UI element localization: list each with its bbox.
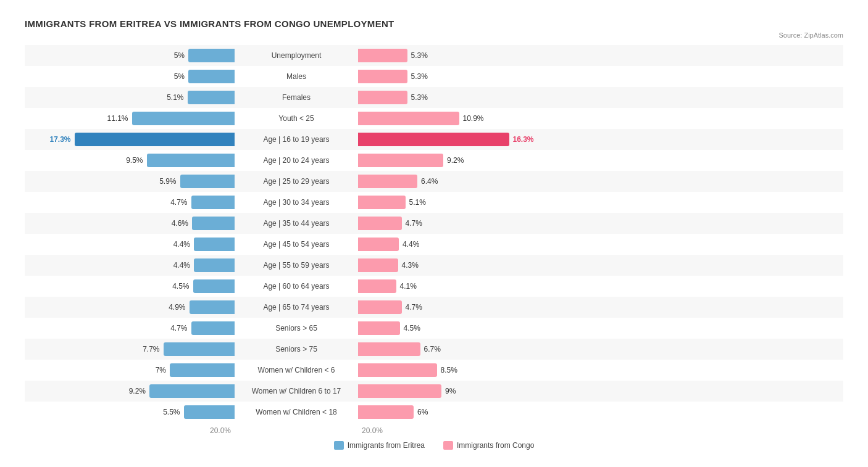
chart-row: 7%Women w/ Children < 68.5%: [25, 360, 843, 381]
chart-row: 5.1%Females5.3%: [25, 87, 843, 108]
chart-row: 9.5%Age | 20 to 24 years9.2%: [25, 150, 843, 171]
row-label: Age | 20 to 24 years: [235, 156, 358, 165]
val-left: 5%: [174, 51, 188, 60]
val-left: 11.1%: [107, 114, 131, 123]
bar-left: 4.9%: [190, 300, 235, 314]
val-right: 4.5%: [400, 324, 420, 333]
bar-left: 5%: [188, 49, 235, 62]
row-label: Youth < 25: [235, 114, 358, 123]
row-label: Age | 65 to 74 years: [235, 303, 358, 312]
bar-left: 4.7%: [191, 321, 235, 335]
val-right: 5.3%: [407, 93, 428, 102]
chart-container: IMMIGRANTS FROM ERITREA VS IMMIGRANTS FR…: [12, 12, 856, 462]
val-left: 5.9%: [159, 177, 180, 186]
chart-row: 11.1%Youth < 2510.9%: [25, 108, 843, 129]
row-label: Women w/ Children 6 to 17: [235, 387, 358, 395]
row-label: Unemployment: [235, 51, 358, 60]
row-label: Females: [235, 93, 358, 102]
val-left: 5%: [174, 72, 188, 81]
val-left: 4.5%: [172, 282, 193, 291]
val-right: 4.1%: [396, 282, 417, 291]
bar-left: 7%: [170, 363, 235, 377]
val-left: 5.5%: [163, 408, 183, 416]
val-right: 4.4%: [399, 240, 419, 249]
bar-left: 11.1%: [132, 112, 235, 125]
chart-area: 5%Unemployment5.3%5%Males5.3%5.1%Females…: [25, 45, 843, 423]
chart-row: 7.7%Seniors > 756.7%: [25, 339, 843, 360]
val-left: 7%: [156, 366, 170, 374]
row-label: Women w/ Children < 18: [235, 408, 358, 416]
chart-row: 4.7%Age | 30 to 34 years5.1%: [25, 192, 843, 213]
val-left: 7.7%: [143, 345, 163, 353]
chart-row: 4.7%Seniors > 654.5%: [25, 318, 843, 339]
bar-right: 4.7%: [358, 300, 402, 314]
val-right: 9.2%: [443, 156, 464, 165]
bar-left: 4.7%: [191, 196, 235, 209]
axis-left-label: 20.0%: [210, 426, 231, 435]
bar-right: 8.5%: [358, 363, 437, 377]
val-right: 6.7%: [420, 345, 441, 353]
chart-row: 5.5%Women w/ Children < 186%: [25, 402, 843, 423]
bar-right: 5.3%: [358, 70, 407, 83]
bar-right: 6.7%: [358, 342, 420, 356]
chart-row: 4.4%Age | 55 to 59 years4.3%: [25, 255, 843, 276]
bar-left: 4.4%: [194, 238, 235, 251]
legend-congo-icon: [443, 441, 453, 450]
bar-left: 5.9%: [180, 175, 235, 188]
row-label: Age | 16 to 19 years: [235, 135, 358, 144]
legend-eritrea-label: Immigrants from Eritrea: [348, 441, 425, 450]
row-label: Age | 55 to 59 years: [235, 261, 358, 270]
chart-row: 5%Unemployment5.3%: [25, 45, 843, 66]
bar-right: 4.4%: [358, 238, 399, 251]
chart-row: 4.5%Age | 60 to 64 years4.1%: [25, 276, 843, 297]
bar-right: 5.3%: [358, 91, 407, 104]
row-label: Age | 45 to 54 years: [235, 240, 358, 249]
source-label: Source: ZipAtlas.com: [25, 31, 843, 39]
bar-left: 9.5%: [147, 154, 235, 167]
bar-right: 4.7%: [358, 217, 402, 230]
val-left: 9.2%: [129, 387, 149, 395]
legend-congo: Immigrants from Congo: [443, 441, 534, 450]
bar-right: 6%: [358, 405, 414, 419]
legend-eritrea-icon: [334, 441, 344, 450]
row-label: Males: [235, 72, 358, 81]
bar-right: 9.2%: [358, 154, 443, 167]
val-right: 16.3%: [509, 135, 534, 144]
legend: Immigrants from Eritrea Immigrants from …: [25, 441, 843, 450]
bar-left: 5.5%: [184, 405, 235, 419]
val-right: 4.3%: [398, 261, 419, 270]
val-left: 5.1%: [167, 93, 187, 102]
bar-right: 5.3%: [358, 49, 407, 62]
val-right: 8.5%: [437, 366, 457, 374]
row-label: Women w/ Children < 6: [235, 366, 358, 374]
val-left: 17.3%: [49, 135, 74, 144]
axis-right-label: 20.0%: [362, 426, 383, 435]
bar-right: 6.4%: [358, 175, 417, 188]
row-label: Age | 25 to 29 years: [235, 177, 358, 186]
val-right: 10.9%: [459, 114, 484, 123]
chart-row: 5%Males5.3%: [25, 66, 843, 87]
row-label: Age | 35 to 44 years: [235, 219, 358, 228]
chart-row: 4.9%Age | 65 to 74 years4.7%: [25, 297, 843, 318]
bar-left: 4.5%: [193, 279, 235, 293]
val-right: 5.1%: [406, 198, 426, 207]
bar-left: 17.3%: [75, 133, 235, 146]
bar-left: 7.7%: [164, 342, 235, 356]
legend-congo-label: Immigrants from Congo: [457, 441, 534, 450]
val-right: 5.3%: [407, 72, 428, 81]
row-label: Age | 30 to 34 years: [235, 198, 358, 207]
val-left: 9.5%: [126, 156, 146, 165]
val-left: 4.9%: [169, 303, 189, 312]
val-left: 4.6%: [172, 219, 192, 228]
chart-row: 4.4%Age | 45 to 54 years4.4%: [25, 234, 843, 255]
legend-eritrea: Immigrants from Eritrea: [334, 441, 425, 450]
val-right: 4.7%: [402, 303, 422, 312]
val-right: 4.7%: [402, 219, 422, 228]
bar-right: 10.9%: [358, 112, 459, 125]
val-right: 6.4%: [417, 177, 438, 186]
bar-right: 9%: [358, 384, 441, 398]
bar-left: 4.4%: [194, 258, 235, 272]
val-right: 9%: [441, 387, 456, 395]
bar-left: 5%: [188, 70, 235, 83]
bar-right: 4.5%: [358, 321, 400, 335]
